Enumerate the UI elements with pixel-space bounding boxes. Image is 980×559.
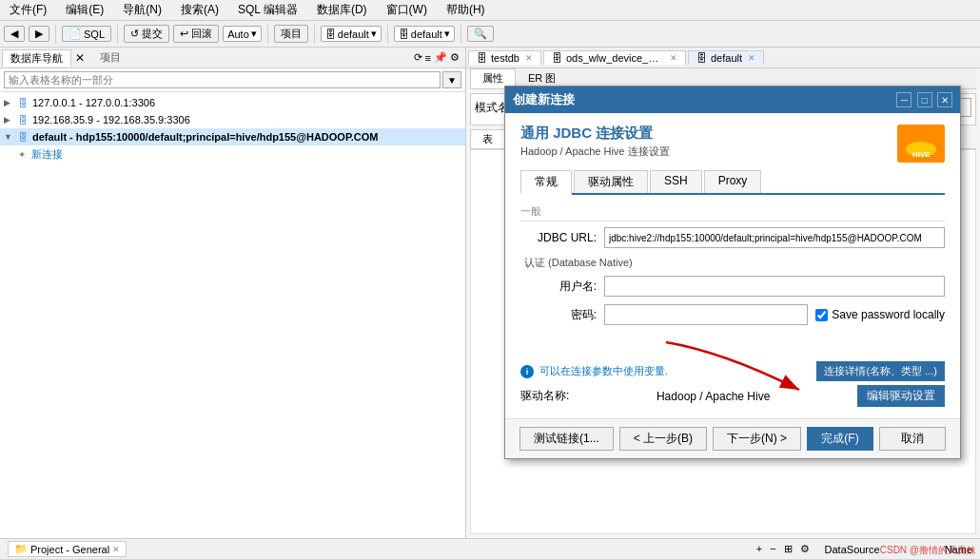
db-icon2: 🗄 (399, 29, 409, 40)
status-bar: 📁 Project - General ✕ + − ⊞ ⚙ DataSource… (0, 538, 980, 559)
modal-tab-ssh[interactable]: SSH (650, 170, 702, 193)
status-right: + − ⊞ ⚙ (134, 543, 809, 555)
menu-bar: 文件(F) 编辑(E) 导航(N) 搜索(A) SQL 编辑器 数据库(D) 窗… (0, 0, 980, 21)
filter-btn[interactable]: ▼ (442, 71, 461, 88)
driver-label: 驱动名称: (520, 388, 569, 404)
svg-marker-1 (913, 130, 929, 142)
right-tabs: 🗄 testdb ✕ 🗄 ods_wlw_device_attribute_da… (466, 48, 980, 68)
close-default-icon[interactable]: ✕ (748, 53, 755, 63)
minimize-btn[interactable]: ─ (896, 92, 911, 107)
auth-section: 认证 (Database Native) 用户名: 密码: Save passw… (520, 256, 945, 325)
left-default-dropdown[interactable]: 🗄 default ▾ (321, 26, 382, 42)
tree-item-new-conn[interactable]: ✦ 新连接 (0, 145, 465, 164)
jdbc-url-label: JDBC URL: (520, 231, 597, 244)
username-input[interactable] (604, 276, 945, 297)
plus-icon[interactable]: + (756, 543, 762, 555)
search-bar: ▼ (0, 68, 465, 92)
expand-arrow3: ▼ (4, 132, 13, 142)
modal-footer: 测试链接(1... < 上一步(B) 下一步(N) > 完成(F) 取消 (505, 418, 960, 458)
pin-btn[interactable]: 📌 (434, 51, 447, 64)
sep2 (117, 25, 118, 44)
tree-item-127[interactable]: ▶ 🗄 127.0.0.1 - 127.0.0.1:3306 (0, 94, 465, 111)
settings-icon[interactable]: ⚙ (450, 51, 460, 64)
db-tab-icon: 🗄 (477, 52, 487, 64)
right-default-dropdown[interactable]: 🗄 default ▾ (394, 26, 455, 42)
left-panel: 数据库导航 ✕ 项目 ⟳ ≡ 📌 ⚙ ▼ ▶ 🗄 127.0.0.1 - 127… (0, 48, 466, 538)
expand-arrow2: ▶ (4, 115, 13, 125)
sync-btn[interactable]: ⟳ (414, 51, 422, 64)
menu-edit[interactable]: 编辑(E) (60, 1, 109, 19)
auto-dropdown[interactable]: Auto ▾ (223, 26, 262, 42)
tab-db-nav[interactable]: 数据库导航 (2, 49, 71, 67)
collapse-btn[interactable]: ≡ (425, 51, 431, 64)
db-icon-192: 🗄 (16, 113, 29, 126)
obj-tab-table[interactable]: 表 (470, 129, 505, 148)
chevron-down-icon3: ▾ (444, 28, 450, 40)
menu-file[interactable]: 文件(F) (4, 1, 52, 19)
cancel-btn[interactable]: 取消 (879, 427, 946, 451)
menu-nav[interactable]: 导航(N) (117, 1, 167, 19)
close-btn[interactable]: ✕ (937, 92, 952, 107)
sep4 (314, 25, 315, 44)
edit-driver-btn[interactable]: 编辑驱动设置 (857, 385, 945, 407)
password-input[interactable] (604, 304, 808, 325)
minus-icon[interactable]: − (770, 543, 775, 555)
rollback-btn[interactable]: ↩ 回滚 (173, 25, 219, 43)
modal-title-bar: 创建新连接 ─ □ ✕ (505, 87, 960, 113)
settings2-icon[interactable]: ⚙ (800, 543, 810, 555)
sql-btn[interactable]: 📄 SQL (62, 26, 111, 42)
close-ods-icon[interactable]: ✕ (670, 53, 677, 63)
modal-tab-general[interactable]: 常规 (520, 170, 572, 195)
tab-project[interactable]: 项目 (92, 49, 128, 66)
auth-label: 认证 (Database Native) (520, 256, 945, 270)
toolbar: ◀ ▶ 📄 SQL ↺ 提交 ↩ 回滚 Auto ▾ 项目 🗄 default … (0, 21, 980, 48)
modal-sub-title: Hadoop / Apache Hive 连接设置 (520, 145, 670, 159)
menu-search[interactable]: 搜索(A) (175, 1, 225, 19)
db-tab-icon3: 🗄 (696, 52, 707, 64)
sql-icon: 📄 (69, 28, 82, 40)
tab-testdb[interactable]: 🗄 testdb ✕ (468, 50, 541, 65)
prev-btn[interactable]: < 上一步(B) (619, 427, 707, 451)
tab-default[interactable]: 🗄 default ✕ (688, 50, 764, 65)
tree-item-default[interactable]: ▼ 🗄 default - hdp155:10000/default;princ… (0, 128, 465, 145)
modal-tab-proxy[interactable]: Proxy (704, 170, 762, 193)
search-btn[interactable]: 🔍 (467, 26, 494, 42)
password-row: 密码: Save password locally (520, 304, 945, 325)
username-label: 用户名: (520, 279, 597, 295)
project-general-tab[interactable]: 📁 Project - General ✕ (8, 541, 127, 557)
db-icon: 🗄 (325, 29, 336, 40)
svg-text:HIVE: HIVE (912, 150, 931, 159)
menu-sql-editor[interactable]: SQL 编辑器 (232, 1, 304, 19)
project-btn[interactable]: 项目 (274, 25, 308, 43)
close-testdb-icon[interactable]: ✕ (525, 53, 533, 63)
expand-arrow: ▶ (4, 98, 13, 107)
back-btn[interactable]: ◀ (4, 26, 25, 42)
modal-tab-driver[interactable]: 驱动属性 (574, 170, 648, 193)
chevron-down-icon2: ▾ (371, 28, 377, 40)
section-general: 一般 (520, 204, 945, 222)
tab-ods[interactable]: 🗄 ods_wlw_device_attribute_data ✕ (543, 50, 686, 65)
jdbc-url-row: JDBC URL: (520, 227, 945, 248)
next-btn[interactable]: 下一步(N) > (713, 427, 801, 451)
jdbc-url-input[interactable] (604, 227, 945, 248)
sep6 (461, 25, 461, 44)
search-input[interactable] (4, 71, 441, 88)
password-label: 密码: (520, 307, 597, 323)
close-db-nav-icon[interactable]: ✕ (75, 51, 85, 65)
db-icon-127: 🗄 (16, 96, 29, 109)
info-icon: i (520, 365, 534, 378)
layout-icon[interactable]: ⊞ (784, 543, 793, 555)
menu-window[interactable]: 窗口(W) (381, 1, 433, 19)
test-connection-btn[interactable]: 测试链接(1... (519, 427, 614, 451)
maximize-btn[interactable]: □ (917, 92, 932, 107)
tree-item-192[interactable]: ▶ 🗄 192.168.35.9 - 192.168.35.9:3306 (0, 111, 465, 128)
save-password-checkbox[interactable] (815, 309, 828, 321)
modal-header-text: 通用 JDBC 连接设置 Hadoop / Apache Hive 连接设置 (520, 125, 670, 159)
tree-container: ▶ 🗄 127.0.0.1 - 127.0.0.1:3306 ▶ 🗄 192.1… (0, 92, 465, 538)
close-project-icon[interactable]: ✕ (112, 545, 120, 554)
forward-btn[interactable]: ▶ (29, 26, 49, 42)
finish-btn[interactable]: 完成(F) (807, 427, 873, 451)
menu-help[interactable]: 帮助(H) (441, 1, 491, 19)
submit-btn[interactable]: ↺ 提交 (124, 25, 169, 43)
menu-database[interactable]: 数据库(D) (311, 1, 373, 19)
